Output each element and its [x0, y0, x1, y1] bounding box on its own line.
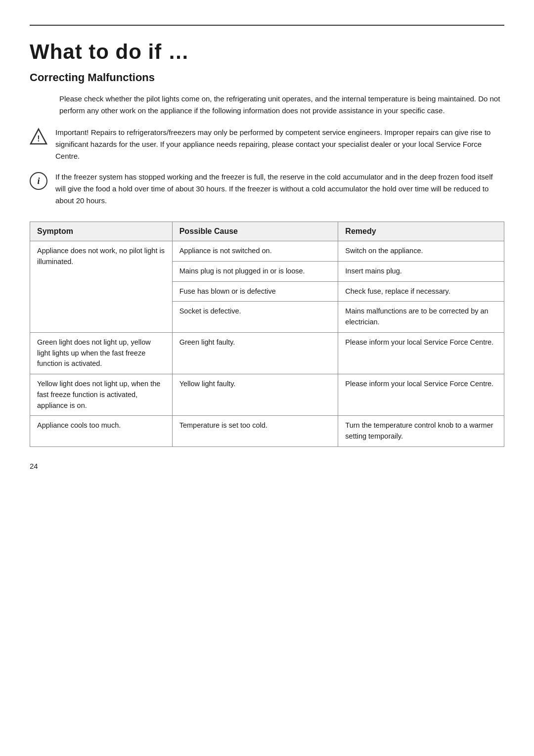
- intro-text: Please check whether the pilot lights co…: [59, 93, 504, 117]
- info-icon: i: [30, 172, 47, 190]
- symptom-cell-3: Yellow light does not light up, when the…: [30, 374, 173, 416]
- info-text: If the freezer system has stopped workin…: [55, 171, 504, 207]
- cause-cell-3-1: Yellow light faulty.: [172, 374, 338, 416]
- cause-cell-4-1: Temperature is set too cold.: [172, 416, 338, 447]
- table-row: Yellow light does not light up, when the…: [30, 374, 504, 416]
- page-title: What to do if …: [30, 41, 504, 63]
- page-container: What to do if … Correcting Malfunctions …: [30, 20, 504, 470]
- symptom-cell-1: Appliance does not work, no pilot light …: [30, 241, 173, 333]
- remedy-cell-1-4: Mains malfunctions are to be corrected b…: [338, 302, 504, 333]
- remedy-cell-1-2: Insert mains plug.: [338, 261, 504, 281]
- section-title: Correcting Malfunctions: [30, 71, 504, 84]
- remedy-cell-2-1: Please inform your local Service Force C…: [338, 332, 504, 374]
- table-header-row: Symptom Possible Cause Remedy: [30, 222, 504, 241]
- header-cause: Possible Cause: [172, 222, 338, 241]
- svg-text:!: !: [37, 134, 40, 143]
- warning-icon: !: [30, 128, 47, 145]
- warning-text: Important! Repairs to refrigerators/free…: [55, 127, 504, 162]
- remedy-cell-3-1: Please inform your local Service Force C…: [338, 374, 504, 416]
- cause-cell-1-2: Mains plug is not plugged in or is loose…: [172, 261, 338, 281]
- remedy-cell-1-3: Check fuse, replace if necessary.: [338, 281, 504, 302]
- cause-cell-1-3: Fuse has blown or is defective: [172, 281, 338, 302]
- header-remedy: Remedy: [338, 222, 504, 241]
- table-row: Green light does not light up, yellow li…: [30, 332, 504, 374]
- remedy-cell-4-1: Turn the temperature control knob to a w…: [338, 416, 504, 447]
- cause-cell-1-4: Socket is defective.: [172, 302, 338, 333]
- malfunction-table: Symptom Possible Cause Remedy Appliance …: [30, 222, 504, 447]
- symptom-cell-4: Appliance cools too much.: [30, 416, 173, 447]
- remedy-cell-1-1: Switch on the appliance.: [338, 241, 504, 262]
- cause-cell-2-1: Green light faulty.: [172, 332, 338, 374]
- symptom-cell-2: Green light does not light up, yellow li…: [30, 332, 173, 374]
- info-block: i If the freezer system has stopped work…: [30, 171, 504, 207]
- page-number: 24: [30, 462, 504, 470]
- table-row: Appliance does not work, no pilot light …: [30, 241, 504, 262]
- header-symptom: Symptom: [30, 222, 173, 241]
- cause-cell-1-1: Appliance is not switched on.: [172, 241, 338, 262]
- table-row: Appliance cools too much. Temperature is…: [30, 416, 504, 447]
- warning-block: ! Important! Repairs to refrigerators/fr…: [30, 127, 504, 162]
- top-border: [30, 25, 504, 26]
